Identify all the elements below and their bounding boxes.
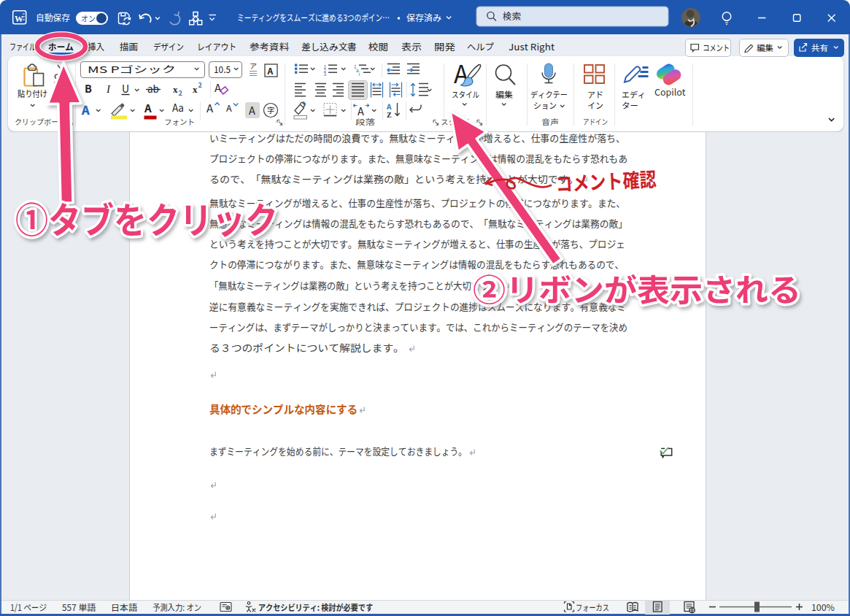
svg-text:①タブをクリック: ①タブをクリック: [15, 191, 278, 244]
svg-text:②リボンが表示される: ②リボンが表示される: [473, 265, 801, 310]
svg-text:コメント確認: コメント確認: [555, 163, 657, 197]
